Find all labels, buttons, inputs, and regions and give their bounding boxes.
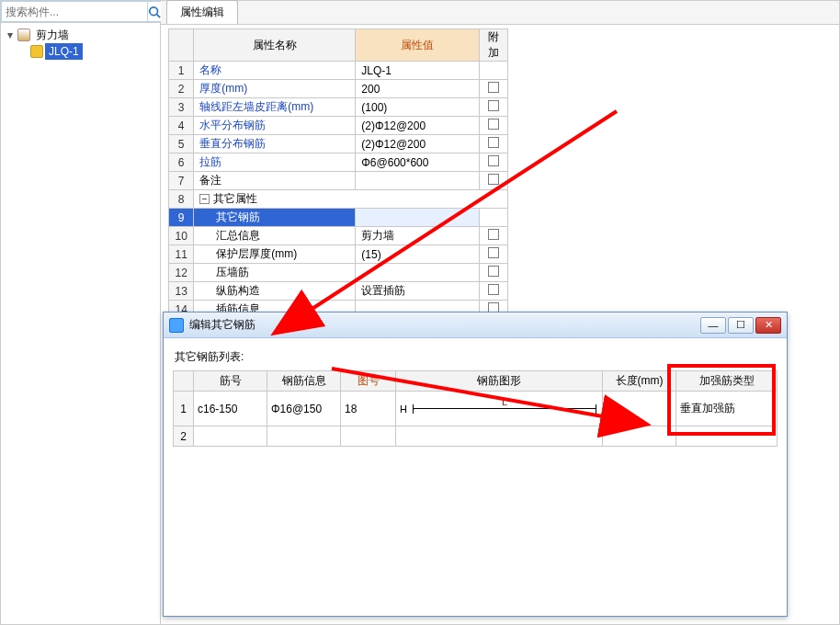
rownum-cell: 2 [169,80,194,98]
property-row[interactable]: 4水平分布钢筋(2)Φ12@200 [169,117,508,135]
extra-cell[interactable] [479,117,507,135]
checkbox-icon[interactable] [488,155,499,166]
extra-cell[interactable] [479,62,507,80]
rownum-cell: 6 [169,153,194,172]
list-cell-info[interactable] [267,426,341,447]
name-cell: 拉筋 [194,153,356,172]
checkbox-icon[interactable] [488,137,499,148]
shape-l-label: L [502,396,507,407]
close-button[interactable]: ✕ [755,317,781,334]
list-cell-img[interactable]: 18 [341,392,396,426]
list-cell-num[interactable]: c16-150 [194,392,267,426]
col-extra: 附加 [479,29,507,62]
group-cell[interactable]: −其它属性 [194,190,508,209]
checkbox-icon[interactable] [488,100,499,111]
list-row[interactable]: 2 [174,426,778,447]
property-row[interactable]: 6拉筋Φ6@600*600 [169,153,508,172]
property-grid: 属性名称 属性值 附加 1名称JLQ-12厚度(mm)2003轴线距左墙皮距离(… [168,28,508,337]
property-link[interactable]: 拉筋 [199,155,221,168]
property-row[interactable]: 13纵筋构造设置插筋 [169,282,508,301]
list-cell-img[interactable] [341,426,396,447]
search-button[interactable] [148,1,162,22]
rownum-cell: 7 [169,172,194,190]
rownum-cell: 5 [169,135,194,153]
checkbox-icon[interactable] [488,119,499,130]
tab-property-edit[interactable]: 属性编辑 [166,0,238,24]
tree-row-item[interactable]: JLQ-1 [5,43,156,60]
extra-cell[interactable] [479,282,507,301]
search-input[interactable] [1,1,148,22]
list-cell-len[interactable] [603,392,676,426]
tree-toggle-icon[interactable]: ▾ [5,27,16,43]
maximize-button[interactable]: ☐ [728,317,754,334]
list-row[interactable]: 1c16-150Φ16@15018HL垂直加强筋 [174,392,778,426]
property-link[interactable]: 轴线距左墙皮距离(mm) [199,100,313,113]
property-grid-wrap: 属性名称 属性值 附加 1名称JLQ-12厚度(mm)2003轴线距左墙皮距离(… [161,25,839,337]
name-cell: 厚度(mm) [194,80,356,98]
property-link[interactable]: 名称 [199,63,221,76]
checkbox-icon[interactable] [488,247,499,258]
property-row[interactable]: 3轴线距左墙皮距离(mm)(100) [169,98,508,117]
name-cell: 垂直分布钢筋 [194,135,356,153]
list-rownum: 1 [174,392,194,426]
extra-cell[interactable] [479,98,507,117]
list-cell-len[interactable] [603,426,676,447]
value-cell[interactable]: 剪力墙 [356,227,480,245]
value-cell[interactable] [356,209,480,227]
value-cell[interactable]: (15) [356,245,480,264]
extra-cell[interactable] [479,135,507,153]
value-cell[interactable]: 设置插筋 [356,282,480,301]
dialog-title-text: 编辑其它钢筋 [189,317,255,333]
value-cell[interactable]: Φ6@600*600 [356,153,480,172]
name-cell: 压墙筋 [194,264,356,282]
property-row[interactable]: 11保护层厚度(mm)(15) [169,245,508,264]
rownum-cell: 9 [169,209,194,227]
extra-cell[interactable] [479,153,507,172]
name-cell: 其它钢筋 [194,209,356,227]
tree-row-root[interactable]: ▾ 剪力墙 [5,27,156,43]
value-cell[interactable]: (100) [356,98,480,117]
checkbox-icon[interactable] [488,229,499,240]
name-cell: 名称 [194,62,356,80]
property-row[interactable]: 8−其它属性 [169,190,508,209]
value-cell[interactable]: (2)Φ12@200 [356,117,480,135]
list-cell-num[interactable] [194,426,267,447]
property-row[interactable]: 9其它钢筋 [169,209,508,227]
extra-cell[interactable] [479,264,507,282]
property-row[interactable]: 2厚度(mm)200 [169,80,508,98]
value-cell[interactable] [356,264,480,282]
extra-cell[interactable] [479,172,507,190]
dialog-titlebar[interactable]: 编辑其它钢筋 — ☐ ✕ [164,312,787,338]
property-row[interactable]: 12压墙筋 [169,264,508,282]
extra-cell[interactable] [479,227,507,245]
list-cell-shape[interactable]: HL [396,392,603,426]
col-name: 属性名称 [194,29,356,62]
col-value: 属性值 [356,29,480,62]
list-cell-type[interactable] [676,426,778,447]
property-row[interactable]: 5垂直分布钢筋(2)Φ12@200 [169,135,508,153]
minimize-button[interactable]: — [700,317,726,334]
property-link[interactable]: 垂直分布钢筋 [199,137,266,150]
value-cell[interactable] [356,172,480,190]
checkbox-icon[interactable] [488,174,499,185]
extra-cell[interactable] [479,209,507,227]
checkbox-icon[interactable] [488,82,499,93]
extra-cell[interactable] [479,80,507,98]
list-cell-type[interactable]: 垂直加强筋 [676,392,778,426]
group-toggle-icon[interactable]: − [199,194,210,204]
property-row[interactable]: 1名称JLQ-1 [169,62,508,80]
property-row[interactable]: 10汇总信息剪力墙 [169,227,508,245]
name-cell: 保护层厚度(mm) [194,245,356,264]
value-cell[interactable]: 200 [356,80,480,98]
extra-cell[interactable] [479,245,507,264]
property-link[interactable]: 厚度(mm) [199,82,247,95]
value-cell[interactable]: JLQ-1 [356,62,480,80]
checkbox-icon[interactable] [488,266,499,277]
lcol-len: 长度(mm) [603,371,676,392]
value-cell[interactable]: (2)Φ12@200 [356,135,480,153]
property-link[interactable]: 水平分布钢筋 [199,119,266,131]
checkbox-icon[interactable] [488,284,499,295]
list-cell-shape[interactable] [396,426,603,447]
list-cell-info[interactable]: Φ16@150 [267,392,341,426]
property-row[interactable]: 7备注 [169,172,508,190]
